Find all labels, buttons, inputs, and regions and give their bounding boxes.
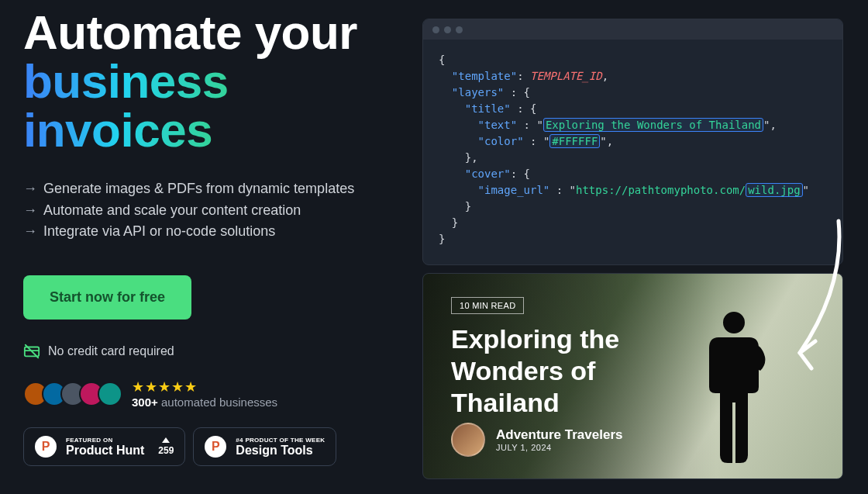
code-highlight-file: wild.jpg: [746, 183, 802, 197]
arrow-icon: →: [23, 178, 37, 200]
preview-title: Exploring the Wonders of Thailand: [451, 323, 668, 418]
code-window: { "template": TEMPLATE_ID, "layers" : { …: [422, 19, 843, 265]
author-avatar: [451, 423, 485, 457]
hero-heading: Automate your business invoices: [23, 8, 422, 155]
star-rating-icon: ★★★★★: [132, 378, 277, 396]
badge-row: P FEATURED ON Product Hunt 259 P #4 PROD…: [23, 427, 422, 466]
read-time-badge: 10 MIN READ: [451, 297, 524, 314]
product-hunt-badge[interactable]: P FEATURED ON Product Hunt 259: [23, 427, 185, 466]
avatar: [98, 382, 122, 406]
badge-top-text: #4 PRODUCT OF THE WEEK: [236, 437, 325, 444]
social-proof: ★★★★★ 300+ automated businesses: [23, 378, 422, 409]
bullet-text: Generate images & PDFs from dynamic temp…: [43, 178, 354, 200]
publish-date: JULY 1, 2024: [496, 443, 622, 452]
bullet-list: →Generate images & PDFs from dynamic tem…: [23, 178, 422, 244]
hero-gradient-word-1: business: [23, 57, 229, 105]
author-name: Adventure Travelers: [496, 427, 622, 443]
hero-line-1: Automate your: [23, 5, 357, 59]
social-count: 300+: [132, 396, 158, 409]
code-highlight-color: #FFFFFF: [549, 134, 600, 148]
no-cc-text: No credit card required: [48, 344, 174, 358]
traffic-light-icon: [456, 26, 463, 33]
bullet-item: →Automate and scale your content creatio…: [23, 200, 422, 222]
design-tools-badge[interactable]: P #4 PRODUCT OF THE WEEK Design Tools: [193, 427, 336, 466]
author-block: Adventure Travelers JULY 1, 2024: [451, 423, 622, 457]
product-hunt-icon: P: [35, 436, 57, 458]
code-url-prefix: https://pathtomyphoto.com/: [576, 184, 746, 196]
traffic-light-icon: [444, 26, 451, 33]
social-suffix: automated businesses: [161, 396, 277, 409]
bullet-item: →Generate images & PDFs from dynamic tem…: [23, 178, 422, 200]
product-hunt-icon: P: [205, 436, 226, 458]
arrow-icon: →: [23, 221, 37, 243]
badge-name: Design Tools: [236, 444, 312, 457]
vote-number: 259: [158, 445, 174, 456]
no-credit-card: No credit card required: [23, 343, 422, 360]
code-template-id: TEMPLATE_ID: [530, 70, 602, 82]
upvote-count: 259: [158, 437, 174, 456]
code-highlight-text: Exploring the Wonders of Thailand: [543, 118, 763, 132]
badge-top-text: FEATURED ON: [66, 437, 144, 444]
bullet-text: Integrate via API or no-code solutions: [43, 221, 275, 243]
code-block: { "template": TEMPLATE_ID, "layers" : { …: [423, 40, 842, 264]
preview-card: 10 MIN READ Exploring the Wonders of Tha…: [422, 273, 843, 479]
traffic-light-icon: [432, 26, 439, 33]
credit-card-off-icon: [23, 343, 40, 360]
up-arrow-icon: [162, 437, 170, 443]
start-button[interactable]: Start now for free: [23, 275, 191, 320]
bullet-item: →Integrate via API or no-code solutions: [23, 221, 422, 243]
hero-gradient-word-2: invoices: [23, 105, 212, 154]
social-proof-text: 300+ automated businesses: [132, 396, 277, 409]
bullet-text: Automate and scale your content creation: [43, 200, 301, 222]
window-titlebar: [423, 19, 842, 40]
avatar-stack: [23, 382, 122, 406]
arrow-icon: →: [23, 200, 37, 222]
badge-name: Product Hunt: [66, 444, 144, 457]
